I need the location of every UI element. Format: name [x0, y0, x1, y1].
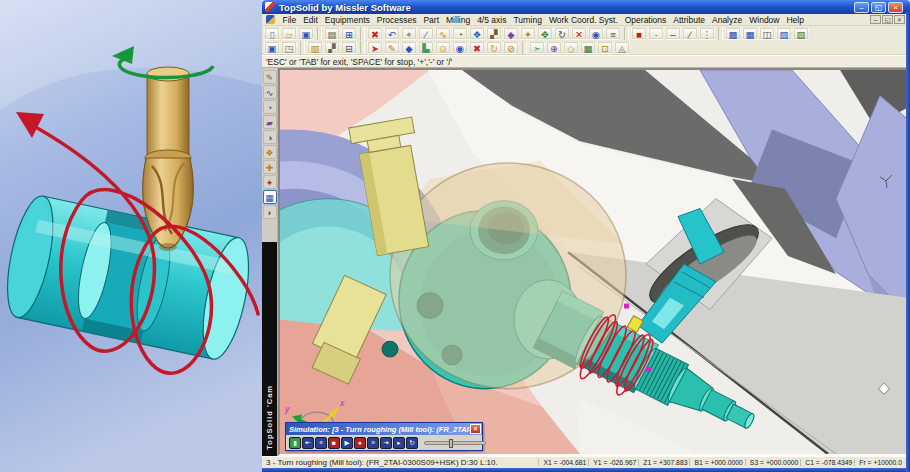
last-block-button[interactable]: ⇥ — [380, 437, 392, 449]
surface-icon[interactable]: ▞ — [486, 27, 502, 40]
simulation-speed-slider[interactable] — [424, 441, 486, 445]
first-block-button[interactable]: ⇤ — [302, 437, 314, 449]
coord-z1[interactable]: Z1 = +307.883 — [638, 459, 689, 466]
sketch-icon[interactable]: ∿ — [263, 85, 277, 99]
topsolid-cam-tab[interactable]: TopSolid 'Cam — [262, 242, 277, 456]
menu-edit[interactable]: Edit — [300, 15, 322, 25]
drill-icon[interactable]: ➤ — [367, 41, 383, 54]
roughing-icon[interactable]: ↻ — [486, 41, 502, 54]
measure-icon[interactable]: ✦ — [520, 27, 536, 40]
profile-icon[interactable]: ❖ — [469, 27, 485, 40]
solid-icon[interactable]: ◆ — [503, 27, 519, 40]
minimize-button[interactable]: – — [854, 2, 869, 13]
new-icon[interactable]: ▯ — [264, 27, 280, 40]
previous-block-button[interactable]: « — [315, 437, 327, 449]
repeat-button[interactable]: ↻ — [406, 437, 418, 449]
menu-45axis[interactable]: 4/5 axis — [474, 15, 510, 25]
menu-part[interactable]: Part — [420, 15, 443, 25]
finishing-icon[interactable]: ⊘ — [503, 41, 519, 54]
hatch-style-icon[interactable]: ⋮ — [699, 27, 715, 40]
record-button[interactable]: ● — [354, 437, 366, 449]
contour-icon[interactable]: ◆ — [401, 41, 417, 54]
point-style-icon[interactable]: · — [648, 27, 664, 40]
line-style-icon[interactable]: ∕ — [682, 27, 698, 40]
coord-x1[interactable]: X1 = -004.681 — [538, 459, 588, 466]
step-button[interactable]: ▸ — [393, 437, 405, 449]
probe-icon[interactable]: ◇ — [563, 41, 579, 54]
undo-icon[interactable]: ↶ — [384, 27, 400, 40]
save-icon[interactable]: ▣ — [298, 27, 314, 40]
point-icon[interactable]: ⌖ — [401, 27, 417, 40]
menu-file[interactable]: File — [279, 15, 300, 25]
simulation-dialog[interactable]: Simulation: [3 - Turn roughing (Mill too… — [285, 422, 483, 451]
milling-icon[interactable]: ⊕ — [546, 41, 562, 54]
color-swatch-red[interactable]: ■ — [631, 27, 647, 40]
coord-s3[interactable]: S3 = +000.0000 — [745, 459, 800, 466]
erase-icon[interactable]: ✕ — [571, 27, 587, 40]
draft-icon[interactable]: ✚ — [263, 160, 277, 174]
config-icon[interactable]: ▧ — [793, 27, 809, 40]
analysis-icon[interactable]: ✦ — [263, 175, 277, 189]
facing-icon[interactable]: ▙ — [418, 41, 434, 54]
close-button[interactable]: × — [888, 2, 903, 13]
toolpath-icon[interactable]: ▥ — [307, 41, 323, 54]
simulation-slider-thumb[interactable] — [449, 439, 453, 448]
circle-icon[interactable]: ◔ — [452, 27, 468, 40]
print-icon[interactable]: ▤ — [324, 27, 340, 40]
move-icon[interactable]: ✥ — [537, 27, 553, 40]
coord-c1[interactable]: C1 = -078.4349 — [800, 459, 854, 466]
grid-icon[interactable]: ▦ — [742, 27, 758, 40]
layer-icon[interactable]: ▩ — [725, 27, 741, 40]
visualize-icon[interactable]: ◉ — [588, 27, 604, 40]
mdi-restore-button[interactable]: ◱ — [882, 15, 893, 24]
mdi-minimize-button[interactable]: – — [870, 15, 881, 24]
stop-button[interactable]: ■ — [328, 437, 340, 449]
curve-icon[interactable]: ∿ — [435, 27, 451, 40]
shading-icon[interactable]: ▨ — [776, 27, 792, 40]
menu-window[interactable]: Window — [746, 15, 783, 25]
verify-icon[interactable]: ⊟ — [341, 41, 357, 54]
open-icon[interactable]: ▱ — [281, 27, 297, 40]
options-icon[interactable]: ◗ — [263, 205, 277, 219]
shape-icon[interactable]: ▰ — [263, 115, 277, 129]
rotate-icon[interactable]: ↻ — [554, 27, 570, 40]
threading-icon[interactable]: ◉ — [452, 41, 468, 54]
views-icon[interactable]: ◫ — [759, 27, 775, 40]
play-button[interactable]: ▶ — [341, 437, 353, 449]
machine-icon[interactable]: ◬ — [614, 41, 630, 54]
restore-button[interactable]: ◱ — [871, 2, 886, 13]
post-icon[interactable]: ▦ — [580, 41, 596, 54]
delete-icon[interactable]: ✖ — [367, 27, 383, 40]
menu-analyze[interactable]: Analyze — [709, 15, 746, 25]
assembly-icon[interactable]: ❖ — [263, 145, 277, 159]
menu-equipments[interactable]: Equipments — [321, 15, 373, 25]
next-block-button[interactable]: » — [367, 437, 379, 449]
select-icon[interactable]: ✎ — [263, 70, 277, 84]
surface-icon[interactable]: ◑ — [263, 130, 277, 144]
print-preview-icon[interactable]: ⊞ — [341, 27, 357, 40]
grooving-icon[interactable]: ⊙ — [435, 41, 451, 54]
machining-tool-icon[interactable]: ▣ — [264, 41, 280, 54]
attributes-icon[interactable]: ≡ — [605, 27, 621, 40]
menu-operations[interactable]: Operations — [621, 15, 670, 25]
curve-icon[interactable]: ◔ — [263, 100, 277, 114]
menu-processes[interactable]: Processes — [373, 15, 420, 25]
coord-fr[interactable]: Fr = +10000.0 — [854, 459, 904, 466]
menu-work-coord-syst[interactable]: Work Coord. Syst. — [545, 15, 621, 25]
coord-y1[interactable]: Y1 = -026.967 — [588, 459, 638, 466]
simulation-close-button[interactable]: × — [470, 424, 481, 434]
turning-icon[interactable]: ➣ — [529, 41, 545, 54]
simulation-icon[interactable]: ▞ — [324, 41, 340, 54]
simulation-dialog-titlebar[interactable]: Simulation: [3 - Turn roughing (Mill too… — [286, 423, 482, 435]
menu-attribute[interactable]: Attribute — [670, 15, 709, 25]
cam-icon[interactable]: ▦ — [263, 190, 277, 204]
stock-icon[interactable]: ◳ — [281, 41, 297, 54]
run-button[interactable]: ▮ — [289, 437, 301, 449]
3d-viewport[interactable]: x y Simulation: [3 - Turn roughing (Mill… — [278, 68, 910, 456]
parting-icon[interactable]: ✖ — [469, 41, 485, 54]
pocket-icon[interactable]: ✎ — [384, 41, 400, 54]
line-icon[interactable]: ∕ — [418, 27, 434, 40]
nc-code-icon[interactable]: ⊡ — [597, 41, 613, 54]
menu-turning[interactable]: Turning — [510, 15, 546, 25]
menu-help[interactable]: Help — [783, 15, 807, 25]
